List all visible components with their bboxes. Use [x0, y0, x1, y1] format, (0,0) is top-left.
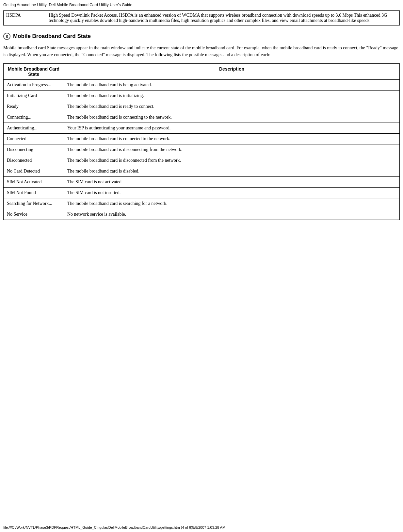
table-row: ConnectedThe mobile broadband card is co…: [4, 134, 400, 144]
cell-state: No Card Detected: [4, 166, 64, 177]
table-row: DisconnectedThe mobile broadband card is…: [4, 155, 400, 166]
cell-description: No network service is available.: [64, 209, 400, 220]
cell-description: The mobile broadband card is connected t…: [64, 134, 400, 144]
page-title-bar: Getting Around the Utility: Dell Mobile …: [3, 3, 400, 7]
cell-description: The mobile broadband card is being activ…: [64, 80, 400, 91]
cell-state: Initializing Card: [4, 91, 64, 101]
col-header-state: Mobile Broadband Card State: [4, 64, 64, 80]
cell-state: Connecting...: [4, 112, 64, 123]
cell-state: Activation in Progress...: [4, 80, 64, 91]
cell-description: The mobile broadband card is ready to co…: [64, 101, 400, 112]
table-row: DisconnectingThe mobile broadband card i…: [4, 144, 400, 155]
page-wrapper: Getting Around the Utility: Dell Mobile …: [0, 0, 403, 532]
cell-state: Searching for Network...: [4, 198, 64, 209]
cell-description: The mobile broadband card is searching f…: [64, 198, 400, 209]
section-description: Mobile broadband card State messages app…: [3, 44, 400, 58]
cell-state: Disconnected: [4, 155, 64, 166]
table-row: ReadyThe mobile broadband card is ready …: [4, 101, 400, 112]
table-row: Authenticating...Your ISP is authenticat…: [4, 123, 400, 134]
cell-description: The mobile broadband card is initializin…: [64, 91, 400, 101]
cell-description: The mobile broadband card is connecting …: [64, 112, 400, 123]
cell-state: Connected: [4, 134, 64, 144]
cell-description: Your ISP is authenticating your username…: [64, 123, 400, 134]
cell-state: No Service: [4, 209, 64, 220]
footer-text: file:///C|/Work/NVTL/Phase3/PDFRequest/H…: [3, 525, 225, 529]
cell-description: The mobile broadband card is disabled.: [64, 166, 400, 177]
table-row: Activation in Progress...The mobile broa…: [4, 80, 400, 91]
cell-state: Disconnecting: [4, 144, 64, 155]
cell-state: SIM Not Found: [4, 188, 64, 198]
section-heading: 8 Mobile Broadband Card State: [3, 33, 400, 40]
hsdpa-table: HSDPA High Speed Downlink Packet Access.…: [3, 10, 400, 25]
table-row: No ServiceNo network service is availabl…: [4, 209, 400, 220]
cell-state: Authenticating...: [4, 123, 64, 134]
table-row: Initializing CardThe mobile broadband ca…: [4, 91, 400, 101]
section-number: 8: [3, 33, 10, 40]
table-row: SIM Not FoundThe SIM card is not inserte…: [4, 188, 400, 198]
footer-bar: file:///C|/Work/NVTL/Phase3/PDFRequest/H…: [3, 524, 400, 532]
hsdpa-definition: High Speed Downlink Packet Access. HSDPA…: [46, 11, 400, 25]
cell-description: The mobile broadband card is disconnecti…: [64, 144, 400, 155]
table-row: Searching for Network...The mobile broad…: [4, 198, 400, 209]
cell-state: SIM Not Activated: [4, 177, 64, 188]
col-header-description: Description: [64, 64, 400, 80]
table-header-row: Mobile Broadband Card State Description: [4, 64, 400, 80]
cell-state: Ready: [4, 101, 64, 112]
cell-description: The SIM card is not inserted.: [64, 188, 400, 198]
page-title-text: Getting Around the Utility: Dell Mobile …: [3, 3, 132, 7]
table-row: SIM Not ActivatedThe SIM card is not act…: [4, 177, 400, 188]
hsdpa-term: HSDPA: [4, 11, 46, 25]
section-title: Mobile Broadband Card State: [13, 33, 91, 40]
cell-description: The mobile broadband card is disconnecte…: [64, 155, 400, 166]
table-row: Connecting...The mobile broadband card i…: [4, 112, 400, 123]
cell-description: The SIM card is not activated.: [64, 177, 400, 188]
main-table: Mobile Broadband Card State Description …: [3, 63, 400, 220]
hsdpa-row: HSDPA High Speed Downlink Packet Access.…: [4, 11, 400, 25]
table-row: No Card DetectedThe mobile broadband car…: [4, 166, 400, 177]
